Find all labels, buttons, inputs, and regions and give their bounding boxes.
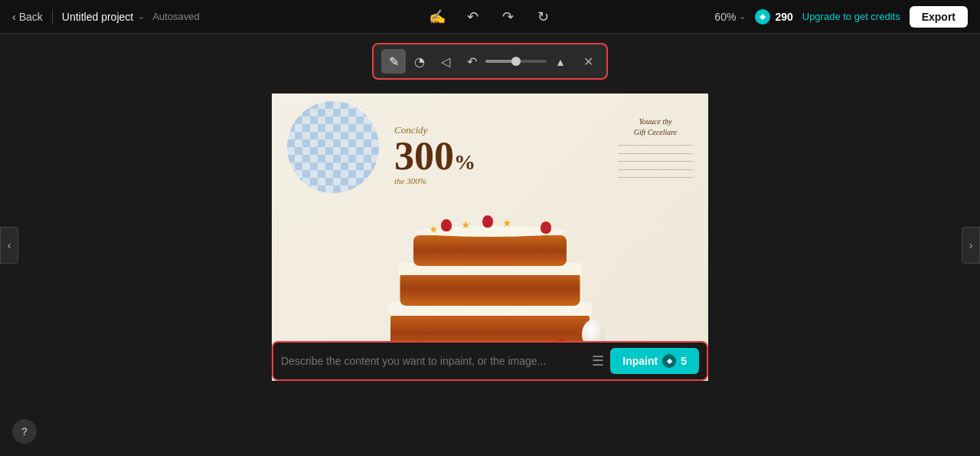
eraser-tool-button[interactable]: ◁ [433, 49, 458, 74]
cake-side-lines: —————————————— —————————————— ——————————… [618, 141, 693, 182]
upgrade-link[interactable]: Upgrade to get credits [802, 11, 900, 22]
refresh-icon: ↻ [537, 8, 549, 25]
inpaint-action-label: Inpaint [622, 355, 658, 367]
refresh-button[interactable]: ↻ [532, 6, 554, 28]
transparency-mask [287, 101, 379, 193]
autosaved-status: Autosaved [152, 11, 199, 22]
brush-icon: ✎ [389, 54, 399, 69]
top-navbar: ‹ Back Untitled project ⌄ Autosaved ✍ ↶ … [0, 0, 980, 34]
credits-icon: ◈ [755, 9, 770, 25]
export-button[interactable]: Export [910, 6, 968, 28]
inpaint-bar: ☰ Inpaint ◈ 5 [272, 341, 708, 381]
credits-badge: ◈ 290 [755, 9, 792, 25]
inpaint-input[interactable] [281, 355, 586, 367]
back-button[interactable]: ‹ Back [12, 11, 43, 23]
cake-layer-top [413, 235, 567, 266]
nav-divider [52, 9, 53, 25]
redo-brush-button[interactable]: ▴ [548, 49, 573, 74]
pan-icon: ✍ [429, 8, 446, 25]
strawberry-7 [541, 221, 551, 234]
canvas-area: ‹ › ✎ ◔ ◁ ↶ [0, 34, 980, 456]
eraser-icon: ◁ [441, 54, 450, 69]
redo-icon: ↷ [502, 8, 514, 25]
inpaint-credit-icon: ◈ [662, 354, 676, 368]
back-arrow-icon: ‹ [12, 11, 16, 23]
undo-icon: ↶ [467, 8, 479, 25]
brush-toolbar: ✎ ◔ ◁ ↶ ▴ ✕ [372, 43, 608, 80]
cake-layer-mid [400, 271, 580, 306]
back-label: Back [19, 11, 43, 23]
redo-brush-icon: ▴ [557, 54, 564, 69]
cake-side-title: Youuce tbyGift Ceceliare [618, 116, 693, 138]
brush-tool-button[interactable]: ✎ [381, 49, 406, 74]
inpaint-settings-button[interactable]: ☰ [586, 349, 610, 372]
cake-banner: CEECFAARE [429, 254, 551, 261]
pan-tool-button[interactable]: ✍ [426, 6, 448, 28]
close-icon: ✕ [583, 54, 593, 69]
brush-size-slider[interactable] [485, 60, 547, 63]
canvas-image[interactable]: Concidy 300% the 300% Youuce tbyGift Cec… [272, 93, 708, 381]
lasso-tool-button[interactable]: ◔ [407, 49, 432, 74]
zoom-control[interactable]: 60% ⌄ [714, 11, 746, 23]
project-title: Untitled project [62, 11, 133, 23]
undo-brush-icon: ↶ [467, 54, 477, 69]
left-panel-toggle[interactable]: ‹ [0, 227, 18, 264]
cake-side-text: Youuce tbyGift Ceceliare —————————————— … [618, 116, 693, 182]
zoom-level: 60% [714, 11, 736, 23]
chevron-down-icon: ⌄ [138, 11, 145, 21]
star-2: ★ [502, 217, 512, 229]
right-panel-toggle[interactable]: › [962, 227, 980, 264]
inpaint-credit-symbol: ◈ [667, 357, 672, 365]
left-arrow-icon: ‹ [8, 239, 11, 251]
star-3: ★ [429, 223, 439, 235]
credits-count: 290 [775, 11, 792, 23]
canvas-wrapper: Concidy 300% the 300% Youuce tbyGift Cec… [272, 93, 708, 381]
help-icon: ? [21, 425, 28, 438]
strawberry-6 [441, 219, 452, 231]
credits-icon-symbol: ◈ [760, 12, 766, 21]
inpaint-credits: 5 [681, 355, 687, 367]
star-1: ★ [461, 218, 471, 231]
inpaint-action-button[interactable]: Inpaint ◈ 5 [610, 348, 699, 374]
project-name-button[interactable]: Untitled project ⌄ [62, 11, 145, 23]
undo-button[interactable]: ↶ [462, 6, 483, 28]
brush-size-track [485, 60, 547, 63]
main-area: ‹ › ✎ ◔ ◁ ↶ [0, 34, 980, 456]
right-arrow-icon: › [969, 239, 973, 251]
undo-brush-button[interactable]: ↶ [459, 49, 484, 74]
nav-right: 60% ⌄ ◈ 290 Upgrade to get credits Expor… [714, 6, 968, 28]
brush-size-thumb [511, 57, 521, 66]
help-button[interactable]: ? [12, 419, 37, 444]
center-tools: ✍ ↶ ↷ ↻ [426, 6, 554, 28]
redo-button[interactable]: ↷ [497, 6, 518, 28]
toolbar-close-button[interactable]: ✕ [577, 51, 599, 72]
settings-icon: ☰ [592, 353, 604, 369]
strawberry-5 [482, 215, 493, 228]
zoom-chevron-icon: ⌄ [739, 11, 746, 21]
lasso-icon: ◔ [414, 54, 425, 69]
